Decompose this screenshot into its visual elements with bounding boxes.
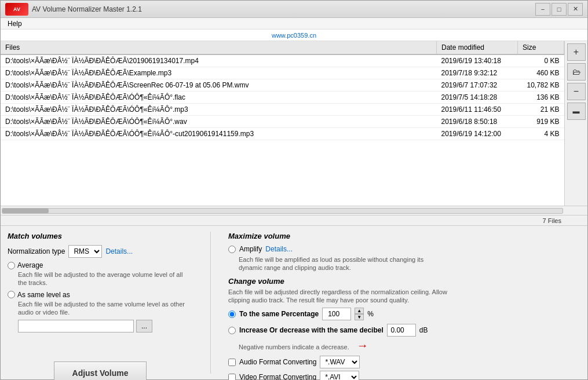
- file-path: D:\tools\×ÃÃæ\ÐÂ½¨ ÏÀ½ÃÐ\ÐÃÊÔÆÃ\ÓÔ¶«Êí¼Ã…: [1, 104, 437, 116]
- spinner-up[interactable]: ▲: [355, 308, 364, 314]
- decibel-radio[interactable]: [228, 327, 236, 334]
- percentage-unit: %: [367, 310, 374, 318]
- same-level-desc: Each file will be adjusted to the same v…: [18, 300, 193, 317]
- file-size: 21 KB: [518, 104, 564, 116]
- remove-file-button[interactable]: −: [567, 83, 586, 100]
- file-size: 136 KB: [518, 92, 564, 104]
- decibel-row: Increase Or decrease with the same decib…: [228, 324, 580, 337]
- video-convert-label[interactable]: Video Format Converting: [239, 373, 316, 380]
- amplify-radio[interactable]: [228, 246, 236, 253]
- file-size: 10,782 KB: [518, 79, 564, 92]
- volume-options-panel: Maximize volume Amplify Details... Each …: [228, 232, 580, 374]
- table-row[interactable]: D:\tools\×ÃÃæ\ÐÂ½¨ ÏÀ½ÃÐ\ÐÃÊÔÆÃ\ÓÔ¶«Êí¼Ã…: [1, 92, 564, 104]
- scrollbar-thumb[interactable]: [2, 209, 49, 213]
- file-path: D:\tools\×ÃÃæ\ÐÂ½¨ ÏÀ½ÃÐ\ÐÃÊÔÆÃ\ScreenRe…: [1, 79, 437, 92]
- amplify-desc: Each file will be amplified as loud as p…: [239, 255, 447, 272]
- norm-details-link[interactable]: Details...: [105, 247, 133, 255]
- file-date: 2019/6/7 17:07:32: [437, 79, 518, 92]
- horizontal-scrollbar[interactable]: [1, 206, 587, 215]
- table-row[interactable]: D:\tools\×ÃÃæ\ÐÂ½¨ ÏÀ½ÃÐ\ÐÃÊÔÆÃ\ScreenRe…: [1, 79, 564, 92]
- clear-files-button[interactable]: ▬: [567, 103, 586, 120]
- file-date: 2019/6/18 8:50:18: [437, 116, 518, 128]
- app-logo: AV: [5, 3, 28, 16]
- average-label[interactable]: Average: [17, 261, 43, 269]
- window-title: AV Volume Normalizer Master 1.2.1: [32, 5, 142, 13]
- title-bar: AV AV Volume Normalizer Master 1.2.1 − □…: [1, 1, 587, 18]
- same-level-label[interactable]: As same level as: [17, 291, 70, 299]
- audio-convert-checkbox[interactable]: [228, 359, 236, 366]
- audio-convert-row: Audio Format Converting *.WAV *.MP3 *.FL…: [228, 356, 580, 368]
- file-date: 2019/6/19 13:40:18: [437, 54, 518, 67]
- table-row[interactable]: D:\tools\×ÃÃæ\ÐÂ½¨ ÏÀ½ÃÐ\ÐÃÊÔÆÃ\20190619…: [1, 54, 564, 67]
- audio-convert-label[interactable]: Audio Format Converting: [239, 358, 316, 366]
- audio-format-select[interactable]: *.WAV *.MP3 *.FLAC *.OGG *.AAC: [320, 356, 360, 368]
- file-size: 919 KB: [518, 116, 564, 128]
- percentage-input[interactable]: [322, 308, 351, 320]
- file-path: D:\tools\×ÃÃæ\ÐÂ½¨ ÏÀ½ÃÐ\ÐÃÊÔÆÃ\Example.…: [1, 67, 437, 79]
- sidebar-buttons: + 🗁 − ▬: [564, 41, 587, 206]
- col-header-files[interactable]: Files: [1, 41, 437, 54]
- file-date: 2019/6/11 11:46:50: [437, 104, 518, 116]
- file-path: D:\tools\×ÃÃæ\ÐÂ½¨ ÏÀ½ÃÐ\ÐÃÊÔÆÃ\ÓÔ¶«Êí¼Ã…: [1, 92, 437, 104]
- change-volume-desc: Each file will be adjusted directly rega…: [228, 288, 448, 305]
- file-table-wrapper[interactable]: Files Date modified Size D:\tools\×ÃÃæ\Ð…: [1, 41, 564, 206]
- col-header-size[interactable]: Size: [518, 41, 564, 54]
- file-path: D:\tools\×ÃÃæ\ÐÂ½¨ ÏÀ½ÃÐ\ÐÃÊÔÆÃ\ÓÔ¶«Êí¼Ã…: [1, 128, 437, 140]
- adjust-volume-button[interactable]: Adjust Volume: [54, 361, 147, 380]
- decibel-label[interactable]: Increase Or decrease with the same decib…: [239, 326, 384, 334]
- file-date: 2019/7/5 14:18:28: [437, 92, 518, 104]
- normalization-row: Normalization type RMS Peak Details...: [8, 245, 193, 258]
- watermark: www.pc0359.cn: [1, 30, 587, 41]
- spinner-down[interactable]: ▼: [355, 314, 364, 320]
- average-radio[interactable]: [8, 262, 15, 269]
- video-convert-checkbox[interactable]: [228, 374, 236, 380]
- same-level-option: As same level as Each file will be adjus…: [8, 291, 193, 333]
- normalization-type-select[interactable]: RMS Peak: [68, 245, 102, 258]
- match-volumes-panel: Match volumes Normalization type RMS Pea…: [8, 232, 193, 374]
- average-desc: Each file will be adjusted to the averag…: [18, 271, 193, 287]
- same-level-radio[interactable]: [8, 291, 15, 298]
- decibel-unit: dB: [419, 326, 428, 334]
- amplify-details-link[interactable]: Details...: [265, 245, 293, 253]
- table-row[interactable]: D:\tools\×ÃÃæ\ÐÂ½¨ ÏÀ½ÃÐ\ÐÃÊÔÆÃ\ÓÔ¶«Êí¼Ã…: [1, 104, 564, 116]
- average-option: Average Each file will be adjusted to th…: [8, 261, 193, 287]
- bottom-panel: Match volumes Normalization type RMS Pea…: [1, 226, 587, 379]
- add-folder-button[interactable]: 🗁: [567, 63, 586, 81]
- file-path: D:\tools\×ÃÃæ\ÐÂ½¨ ÏÀ½ÃÐ\ÐÃÊÔÆÃ\ÓÔ¶«Êí¼Ã…: [1, 116, 437, 128]
- file-path: D:\tools\×ÃÃæ\ÐÂ½¨ ÏÀ½ÃÐ\ÐÃÊÔÆÃ\20190619…: [1, 54, 437, 67]
- percentage-radio[interactable]: [228, 310, 236, 318]
- amplify-row: Amplify Details...: [228, 245, 580, 253]
- close-button[interactable]: ✕: [568, 3, 583, 16]
- reference-file-input[interactable]: [18, 320, 134, 332]
- col-header-date[interactable]: Date modified: [437, 41, 518, 54]
- file-count: 7 Files: [543, 217, 561, 224]
- norm-label: Normalization type: [8, 247, 65, 255]
- table-row[interactable]: D:\tools\×ÃÃæ\ÐÂ½¨ ÏÀ½ÃÐ\ÐÃÊÔÆÃ\ÓÔ¶«Êí¼Ã…: [1, 116, 564, 128]
- menu-help[interactable]: Help: [3, 19, 27, 29]
- maximize-volume-title: Maximize volume: [228, 232, 580, 240]
- menu-bar: Help: [1, 18, 587, 30]
- browse-button[interactable]: ...: [136, 320, 152, 332]
- percentage-row: To the same Percentage ▲ ▼ %: [228, 308, 580, 320]
- file-size: 460 KB: [518, 67, 564, 79]
- file-count-bar: 7 Files: [1, 215, 587, 226]
- file-size: 4 KB: [518, 128, 564, 140]
- change-volume-title: Change volume: [228, 277, 580, 286]
- decibel-input[interactable]: [387, 324, 416, 337]
- table-row[interactable]: D:\tools\×ÃÃæ\ÐÂ½¨ ÏÀ½ÃÐ\ÐÃÊÔÆÃ\Example.…: [1, 67, 564, 79]
- file-date: 2019/7/18 9:32:12: [437, 67, 518, 79]
- scrollbar-track[interactable]: [2, 208, 563, 214]
- file-size: 0 KB: [518, 54, 564, 67]
- maximize-button[interactable]: □: [552, 3, 567, 16]
- video-convert-row: Video Format Converting *.AVI *.MP4 *.WM…: [228, 371, 580, 380]
- add-file-button[interactable]: +: [567, 43, 586, 61]
- amplify-label[interactable]: Amplify: [239, 245, 262, 253]
- percentage-spinner[interactable]: ▲ ▼: [355, 308, 364, 320]
- video-format-select[interactable]: *.AVI *.MP4 *.WMV *.MKV: [320, 371, 359, 380]
- table-row[interactable]: D:\tools\×ÃÃæ\ÐÂ½¨ ÏÀ½ÃÐ\ÐÃÊÔÆÃ\ÓÔ¶«Êí¼Ã…: [1, 128, 564, 140]
- negative-note: Negative numbers indicate a decrease. →: [239, 339, 580, 352]
- minimize-button[interactable]: −: [535, 3, 550, 16]
- file-date: 2019/6/19 14:12:00: [437, 128, 518, 140]
- percentage-label[interactable]: To the same Percentage: [239, 310, 319, 318]
- file-table: Files Date modified Size D:\tools\×ÃÃæ\Ð…: [1, 41, 564, 140]
